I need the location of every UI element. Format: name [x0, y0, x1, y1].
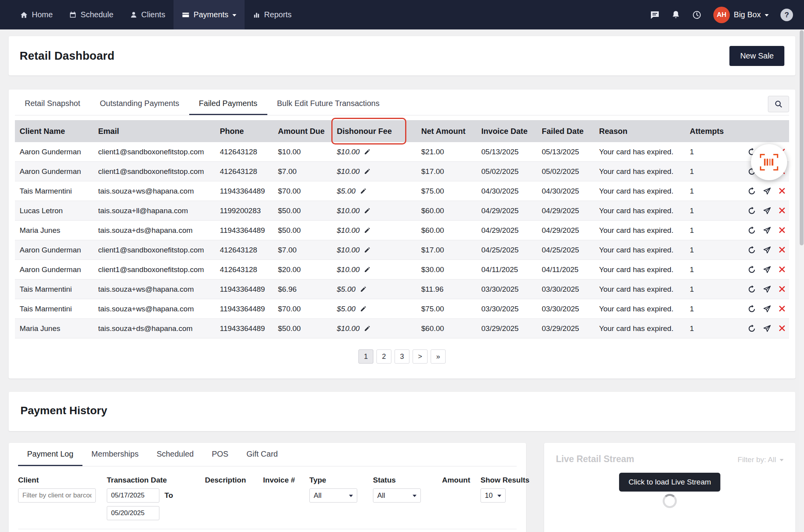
delete-icon[interactable] [778, 265, 786, 274]
edit-fee-pencil-icon[interactable] [360, 305, 367, 312]
attempts-cell: 1 [685, 187, 743, 196]
nav-item-home[interactable]: Home [12, 0, 61, 29]
search-icon [774, 100, 783, 108]
failed-date-cell: 05/13/2025 [537, 148, 594, 156]
page-button[interactable]: » [431, 349, 446, 364]
send-icon[interactable] [763, 285, 771, 294]
delete-icon[interactable] [778, 305, 786, 313]
delete-icon[interactable] [778, 285, 786, 294]
send-icon[interactable] [763, 187, 771, 196]
col-failed-date: Failed Date [537, 127, 594, 136]
edit-fee-pencil-icon[interactable] [364, 148, 371, 155]
date-to-input[interactable] [107, 506, 159, 520]
retry-icon[interactable] [747, 246, 756, 254]
tab-retail-snapshot[interactable]: Retail Snapshot [15, 93, 90, 115]
dashboard-tabs: Retail Snapshot Outstanding Payments Fai… [15, 93, 789, 115]
nav-item-payments[interactable]: Payments [174, 0, 245, 29]
main-nav: Home Schedule Clients Payments Reports [12, 0, 300, 29]
tab-scheduled[interactable]: Scheduled [148, 443, 203, 466]
scrollbar-thumb[interactable] [800, 30, 804, 245]
edit-fee-pencil-icon[interactable] [364, 168, 371, 175]
edit-fee-pencil-icon[interactable] [360, 188, 367, 194]
page-button[interactable]: 3 [395, 349, 409, 364]
delete-icon[interactable] [778, 207, 786, 215]
home-icon [20, 11, 28, 19]
edit-fee-pencil-icon[interactable] [364, 266, 371, 273]
delete-icon[interactable] [778, 226, 786, 235]
fee-value: $5.00 [337, 305, 356, 313]
send-icon[interactable] [763, 324, 771, 333]
type-select[interactable]: All [309, 488, 357, 503]
amount-due-cell: $6.96 [273, 285, 332, 294]
chat-icon[interactable] [650, 10, 660, 20]
nav-item-clients[interactable]: Clients [122, 0, 174, 29]
account-menu[interactable]: AH Big Box [713, 7, 769, 23]
attempts-cell: 1 [685, 265, 743, 274]
dishonour-fee-cell: $10.00 [332, 167, 417, 176]
tab-failed-payments[interactable]: Failed Payments [189, 93, 267, 115]
to-label: To [164, 491, 173, 500]
amount-due-cell: $20.00 [273, 265, 332, 274]
dishonour-fee-cell: $10.00 [332, 226, 417, 235]
retry-icon[interactable] [747, 226, 756, 235]
search-button[interactable] [768, 96, 789, 112]
fee-value: $10.00 [337, 265, 360, 274]
row-actions [743, 226, 792, 235]
load-live-stream-tooltip[interactable]: Click to load Live Stream [619, 473, 720, 492]
attempts-cell: 1 [685, 305, 743, 313]
tab-payment-log[interactable]: Payment Log [18, 443, 82, 466]
live-stream-filter[interactable]: Filter by: All [738, 455, 784, 464]
col-attempts: Attempts [685, 127, 743, 136]
page-button[interactable]: 2 [376, 349, 391, 364]
reason-cell: Your card has expired. [594, 207, 685, 215]
send-icon[interactable] [763, 207, 771, 215]
edit-fee-pencil-icon[interactable] [360, 286, 367, 293]
filter-type: Type All [309, 476, 373, 503]
nav-label: Reports [264, 10, 292, 19]
page-button[interactable]: > [413, 349, 428, 364]
live-stream-filter-label: Filter by: All [738, 455, 776, 464]
send-icon[interactable] [763, 305, 771, 313]
phone-cell: 412643128 [215, 246, 273, 254]
filter-transaction-date: Transaction Date To [107, 476, 205, 520]
top-navbar: Home Schedule Clients Payments Reports A… [0, 0, 804, 29]
page-title: Retail Dashboard [20, 49, 115, 62]
bell-icon[interactable] [671, 10, 680, 19]
send-icon[interactable] [763, 246, 771, 254]
failed-payments-card: Retail Snapshot Outstanding Payments Fai… [9, 90, 795, 378]
chevron-down-icon [780, 459, 784, 461]
retry-icon[interactable] [747, 324, 756, 333]
tab-gift-card[interactable]: Gift Card [238, 443, 287, 466]
retry-icon[interactable] [747, 265, 756, 274]
help-icon[interactable]: ? [780, 9, 793, 21]
tab-pos[interactable]: POS [203, 443, 237, 466]
edit-fee-pencil-icon[interactable] [364, 247, 371, 253]
status-select[interactable]: All [373, 488, 421, 503]
pagination: 1 2 3 > » [15, 338, 789, 378]
tab-bulk-edit[interactable]: Bulk Edit Future Transactions [267, 93, 389, 115]
delete-icon[interactable] [778, 246, 786, 254]
invoice-label: Invoice # [263, 476, 309, 484]
date-from-input[interactable] [107, 488, 159, 503]
retry-icon[interactable] [747, 187, 756, 196]
client-filter-input[interactable] [18, 488, 96, 503]
delete-icon[interactable] [778, 324, 786, 333]
nav-item-reports[interactable]: Reports [245, 0, 300, 29]
edit-fee-pencil-icon[interactable] [364, 325, 371, 332]
retry-icon[interactable] [747, 285, 756, 294]
retry-icon[interactable] [747, 207, 756, 215]
page-button[interactable]: 1 [358, 349, 373, 364]
show-results-select[interactable]: 10 [481, 488, 506, 503]
send-icon[interactable] [763, 226, 771, 235]
tab-memberships[interactable]: Memberships [82, 443, 148, 466]
nav-item-schedule[interactable]: Schedule [61, 0, 121, 29]
retry-icon[interactable] [747, 305, 756, 313]
tab-outstanding-payments[interactable]: Outstanding Payments [90, 93, 189, 115]
new-sale-button[interactable]: New Sale [729, 46, 784, 66]
edit-fee-pencil-icon[interactable] [364, 227, 371, 234]
delete-icon[interactable] [778, 187, 786, 196]
phone-cell: 412643128 [215, 167, 273, 176]
send-icon[interactable] [763, 265, 771, 274]
edit-fee-pencil-icon[interactable] [364, 207, 371, 214]
history-icon[interactable] [692, 10, 702, 20]
